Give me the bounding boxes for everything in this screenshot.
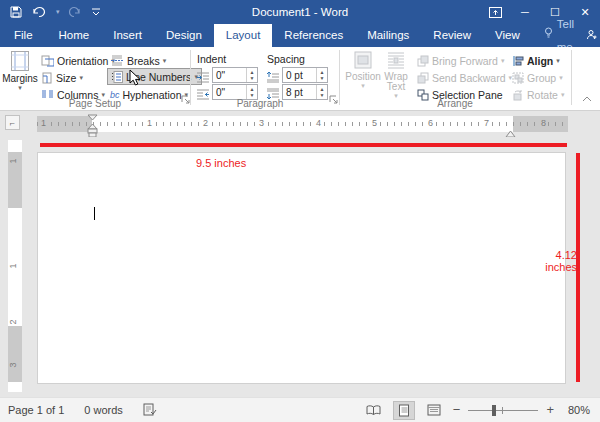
title-bar: ▾ Document1 - Word ─ ☐ ✕ <box>0 0 600 24</box>
line-numbers-button[interactable]: Line Numbers▾ <box>107 68 202 85</box>
tab-home[interactable]: Home <box>47 24 102 47</box>
indent-left-icon <box>196 69 210 87</box>
ruler-number: 2 <box>201 118 210 128</box>
position-icon <box>353 50 373 70</box>
horizontal-ruler[interactable]: 1 1 2 3 4 5 6 7 8 <box>37 116 568 132</box>
indent-right-stepper[interactable]: ▲▼ <box>246 85 257 99</box>
tab-mailings[interactable]: Mailings <box>355 24 421 47</box>
save-icon[interactable] <box>10 6 22 18</box>
page-indicator[interactable]: Page 1 of 1 <box>8 404 64 416</box>
window-controls: ─ ☐ ✕ <box>480 0 600 24</box>
spacing-before-field[interactable]: 0 pt ▲▼ <box>282 67 328 83</box>
paragraph-group-label: Paragraph <box>210 98 310 109</box>
group-button: Group▾ <box>512 69 563 86</box>
ribbon-display-options-icon[interactable] <box>480 0 510 24</box>
document-page[interactable] <box>37 152 566 384</box>
mouse-cursor-icon <box>129 69 141 91</box>
collapse-ribbon-icon[interactable] <box>582 88 592 106</box>
customize-qat-icon[interactable] <box>91 7 101 17</box>
tab-references[interactable]: References <box>272 24 355 47</box>
height-annotation-label: 4.12 inches <box>521 249 577 273</box>
tab-layout[interactable]: Layout <box>214 24 273 47</box>
ruler-number: 4 <box>314 118 323 128</box>
bottom-margin-zone <box>8 326 22 382</box>
tab-view[interactable]: View <box>483 24 532 47</box>
minimize-button[interactable]: ─ <box>510 0 540 24</box>
text-cursor <box>94 207 95 220</box>
bring-forward-button: Bring Forward▾ <box>417 52 504 69</box>
bring-forward-icon <box>417 55 429 67</box>
page-setup-group-label: Page Setup <box>20 98 170 109</box>
tab-file[interactable]: File <box>0 24 47 47</box>
breaks-icon <box>110 55 124 66</box>
indent-right-icon <box>196 86 210 104</box>
wrap-text-icon <box>386 50 406 70</box>
tab-tell-me[interactable]: Tell me <box>532 24 586 47</box>
word-window: ▾ Document1 - Word ─ ☐ ✕ File Home Inser… <box>0 0 600 422</box>
send-backward-icon <box>417 72 429 84</box>
read-mode-icon[interactable] <box>363 401 385 420</box>
spacing-after-stepper[interactable]: ▲▼ <box>316 85 327 99</box>
spacing-header: Spacing <box>267 53 305 65</box>
ruler-number: 8 <box>539 118 548 128</box>
margins-icon <box>9 50 31 72</box>
ruler-number: 1 <box>8 263 18 268</box>
spacing-before-stepper[interactable]: ▲▼ <box>316 68 327 82</box>
ruler-number: 7 <box>482 118 491 128</box>
ruler-number: 1 <box>145 118 154 128</box>
print-layout-icon[interactable] <box>393 401 415 420</box>
group-icon <box>512 72 524 84</box>
size-button[interactable]: Size▾ <box>41 69 83 86</box>
share-person-icon <box>586 29 598 43</box>
orientation-icon <box>41 55 54 67</box>
proofing-status-icon[interactable] <box>143 403 157 418</box>
page-setup-dialog-launcher-icon[interactable] <box>181 90 190 108</box>
web-layout-icon[interactable] <box>423 401 445 420</box>
line-numbers-icon <box>111 71 123 83</box>
tab-insert[interactable]: Insert <box>101 24 154 47</box>
arrange-group-label: Arrange <box>390 98 520 109</box>
ruler-number: 3 <box>8 362 18 367</box>
zoom-slider-thumb[interactable] <box>492 405 496 416</box>
indent-left-stepper[interactable]: ▲▼ <box>246 68 257 82</box>
margins-dropdown-arrow: ▾ <box>18 84 22 92</box>
indent-left-field[interactable]: 0" ▲▼ <box>212 67 258 83</box>
share-button[interactable]: Share <box>586 29 600 43</box>
ruler-row: ⌐ 1 1 2 3 4 5 6 7 8 <box>0 112 600 137</box>
undo-dropdown-icon[interactable]: ▾ <box>56 8 60 16</box>
ruler-number: 5 <box>370 118 379 128</box>
align-button[interactable]: Align▾ <box>512 52 560 69</box>
width-annotation-line <box>40 143 567 147</box>
orientation-button[interactable]: Orientation▾ <box>41 52 115 69</box>
redo-icon <box>69 6 82 18</box>
vertical-ruler[interactable]: 1 1 2 3 <box>8 140 22 392</box>
document-area: 1 1 2 3 9.5 inches 4.12 inches <box>0 137 600 397</box>
paragraph-dialog-launcher-icon[interactable] <box>329 90 338 108</box>
width-annotation-label: 9.5 inches <box>196 157 246 169</box>
ribbon-tab-row: File Home Insert Design Layout Reference… <box>0 24 600 47</box>
breaks-button[interactable]: Breaks▾ <box>110 52 166 69</box>
close-button[interactable]: ✕ <box>570 0 600 24</box>
tab-design[interactable]: Design <box>154 24 214 47</box>
zoom-out-button[interactable]: − <box>453 403 461 417</box>
lightbulb-icon <box>544 24 553 47</box>
send-backward-button: Send Backward▾ <box>417 69 512 86</box>
ruler-number: 1 <box>39 118 48 128</box>
word-count[interactable]: 0 words <box>84 404 123 416</box>
ruler-number: 1 <box>8 158 18 163</box>
spacing-before-icon <box>266 69 280 87</box>
zoom-slider[interactable] <box>468 403 538 417</box>
tab-review[interactable]: Review <box>421 24 483 47</box>
zoom-level[interactable]: 80% <box>562 404 590 416</box>
ruler-number: 6 <box>426 118 435 128</box>
size-icon <box>41 72 53 84</box>
tab-stop-selector[interactable]: ⌐ <box>5 115 20 130</box>
undo-icon[interactable] <box>31 6 47 18</box>
position-button: Position ▾ <box>346 50 380 106</box>
zoom-in-button[interactable]: + <box>546 403 554 417</box>
share-cluster: Share <box>586 24 600 47</box>
ruler-number: 3 <box>257 118 266 128</box>
status-bar: Page 1 of 1 0 words − + 80% <box>0 397 600 422</box>
align-icon <box>512 55 524 67</box>
ruler-number: 2 <box>8 319 18 324</box>
